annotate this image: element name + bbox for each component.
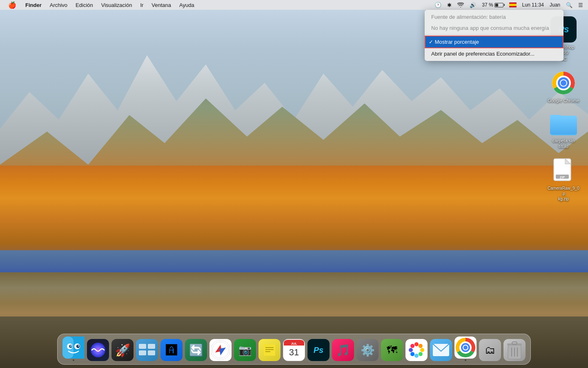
chrome-label: Google Chrome <box>548 98 579 103</box>
folder-label: carpeta sin título <box>547 138 580 150</box>
svg-point-23 <box>91 343 105 357</box>
dock-mission-control-icon <box>136 339 158 361</box>
svg-point-49 <box>409 348 413 352</box>
dock-item-chrome[interactable] <box>454 337 477 361</box>
dock-item-finder2[interactable]: 🗂 <box>479 339 501 361</box>
notification-center-icon[interactable]: ☰ <box>577 2 585 8</box>
language-flag[interactable] <box>508 2 518 7</box>
dock-trash-icon <box>503 339 526 361</box>
battery-icon <box>494 3 503 7</box>
dock-appstore-icon: 🅰 <box>160 339 183 361</box>
desktop-icon-zip[interactable]: ZIP CameraRaw_9_0.pkg.zip <box>547 158 580 202</box>
spain-flag-icon <box>509 2 517 7</box>
svg-point-44 <box>419 344 423 348</box>
dock-safari-icon <box>209 339 232 361</box>
dock-maps-icon: 🗺 <box>381 339 403 361</box>
svg-rect-63 <box>512 342 517 344</box>
svg-point-43 <box>414 342 419 346</box>
dock-chrome-icon <box>454 337 477 359</box>
dock-item-appstore[interactable]: 🅰 <box>160 339 183 361</box>
dock-photos-icon <box>405 339 428 361</box>
dock-launchpad-icon: 🚀 <box>111 339 134 361</box>
dock-mail-icon <box>430 339 452 361</box>
battery-percent-text: 37 % <box>482 2 493 8</box>
dock: 🚀 🅰 🔄 <box>57 334 531 365</box>
svg-rect-9 <box>550 117 577 135</box>
folder-svg <box>550 112 577 135</box>
dock-item-safari[interactable] <box>209 339 232 361</box>
dock-finder2-icon: 🗂 <box>479 339 501 361</box>
chrome-icon <box>550 70 577 96</box>
menu-archivo[interactable]: Archivo <box>46 0 71 10</box>
battery-dropdown-menu: Fuente de alimentación: batería No hay n… <box>425 10 564 61</box>
dock-chrome-dot <box>465 359 466 361</box>
dock-item-mail[interactable] <box>430 339 452 361</box>
desktop-icon-folder[interactable]: carpeta sin título <box>547 112 580 150</box>
bluetooth-icon[interactable]: ✱ <box>445 2 453 8</box>
time-machine-icon[interactable]: 🕐 <box>433 2 443 8</box>
dock-item-migration[interactable]: 🔄 <box>185 339 207 361</box>
dropdown-power-source: Fuente de alimentación: batería <box>425 11 564 22</box>
svg-rect-34 <box>264 344 275 356</box>
user-name[interactable]: Juan <box>548 2 562 8</box>
dropdown-open-preferences[interactable]: Abrir panel de preferencias Economizador… <box>425 48 564 59</box>
svg-point-46 <box>419 352 423 356</box>
dock-notes-icon <box>258 339 281 361</box>
wifi-icon[interactable] <box>456 2 466 7</box>
dock-item-notes[interactable] <box>258 339 281 361</box>
svg-point-47 <box>414 354 419 358</box>
svg-point-56 <box>463 346 468 350</box>
zip-label: CameraRaw_9_0.pkg.zip <box>547 186 580 202</box>
menu-ventana[interactable]: Ventana <box>147 0 175 10</box>
svg-rect-25 <box>148 344 155 349</box>
apple-menu[interactable]: 🍎 <box>3 0 21 10</box>
svg-point-45 <box>420 348 424 352</box>
dropdown-show-percentage[interactable]: Mostrar porcentaje <box>425 36 564 48</box>
dock-item-finder[interactable] <box>62 337 85 361</box>
dock-migration-icon: 🔄 <box>185 339 207 361</box>
menu-visualizacion[interactable]: Visualización <box>97 0 136 10</box>
zip-icon: ZIP <box>550 158 577 184</box>
menu-ir[interactable]: Ir <box>136 0 147 10</box>
zip-svg: ZIP <box>553 158 574 184</box>
svg-rect-26 <box>139 350 146 355</box>
dock-item-itunes[interactable]: 🎵 <box>332 339 354 361</box>
dropdown-no-high-energy: No hay ninguna app que consuma mucha ene… <box>425 22 564 34</box>
dock-item-systemprefs[interactable]: ⚙️ <box>356 339 379 361</box>
dock-item-siri[interactable] <box>87 339 109 361</box>
dock-itunes-icon: 🎵 <box>332 339 354 361</box>
dock-item-mission-control[interactable] <box>136 339 158 361</box>
folder-icon <box>549 112 578 136</box>
svg-rect-27 <box>148 350 155 355</box>
dock-ps-icon: Ps <box>307 339 330 361</box>
clock[interactable]: Lun 11:34 <box>521 2 546 8</box>
dock-calendar-icon: JUL 31 <box>283 339 305 361</box>
dock-item-photos[interactable] <box>405 339 428 361</box>
spotlight-icon[interactable]: 🔍 <box>564 2 574 8</box>
svg-rect-24 <box>139 344 146 349</box>
svg-point-48 <box>410 352 414 356</box>
battery-indicator[interactable]: 37 % <box>480 2 505 8</box>
dock-item-launchpad[interactable]: 🚀 <box>111 339 134 361</box>
svg-text:ZIP: ZIP <box>560 175 565 179</box>
dock-item-calendar[interactable]: JUL 31 <box>283 339 305 361</box>
svg-point-5 <box>561 80 566 86</box>
dock-systemprefs-icon: ⚙️ <box>356 339 379 361</box>
dock-item-facetime[interactable]: 📷 <box>234 339 256 361</box>
menubar: 🍎 Finder Archivo Edición Visualización I… <box>0 0 588 10</box>
dock-finder-dot <box>73 359 74 361</box>
volume-icon[interactable]: 🔊 <box>468 2 478 8</box>
app-name[interactable]: Finder <box>21 0 46 10</box>
svg-point-22 <box>78 346 79 347</box>
dock-item-trash[interactable] <box>503 339 526 361</box>
menu-edicion[interactable]: Edición <box>71 0 97 10</box>
desktop-icon-chrome[interactable]: Google Chrome <box>547 70 580 103</box>
dock-item-maps[interactable]: 🗺 <box>381 339 403 361</box>
dock-facetime-icon: 📷 <box>234 339 256 361</box>
svg-text:JUL: JUL <box>291 342 297 346</box>
menu-ayuda[interactable]: Ayuda <box>175 0 198 10</box>
dock-item-ps[interactable]: Ps <box>307 339 330 361</box>
dropdown-separator <box>425 34 564 35</box>
svg-text:31: 31 <box>289 347 299 357</box>
dock-siri-icon <box>87 339 109 361</box>
